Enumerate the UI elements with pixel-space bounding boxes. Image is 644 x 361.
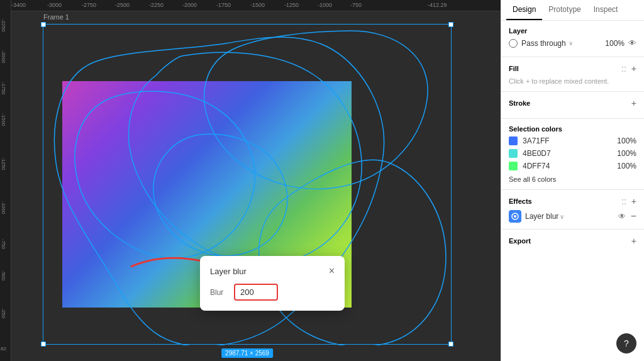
export-add-button[interactable]: + <box>631 236 636 246</box>
export-section-title: Export <box>509 237 531 245</box>
fill-grid-icon[interactable]: :: <box>621 64 626 74</box>
blur-label: Blur <box>210 288 229 297</box>
fill-section-icons: :: + <box>621 64 636 74</box>
fill-section-title: Fill <box>509 65 519 72</box>
dimension-label: 2987.71 × 2569 <box>221 348 273 358</box>
color-row-1: 3A71FF 100% <box>509 136 636 145</box>
fill-section: Fill :: + Click + to replace mixed conte… <box>501 57 644 92</box>
fill-add-button[interactable]: + <box>631 64 636 74</box>
export-section: Export + <box>501 230 644 256</box>
effects-section: Effects :: + Layer blur ∨ 👁 − <box>501 190 644 230</box>
effect-chevron: ∨ <box>560 213 564 220</box>
color-row-3: 4DFF74 100% <box>509 162 636 170</box>
effect-visibility-toggle[interactable]: 👁 <box>618 212 626 221</box>
effect-remove-button[interactable]: − <box>631 211 636 221</box>
blend-mode-chevron: ∨ <box>569 40 573 47</box>
stroke-section: Stroke + <box>501 92 644 119</box>
selection-colors-header: Selection colors <box>509 125 636 133</box>
effect-name-label[interactable]: Layer blur ∨ <box>525 212 614 221</box>
color-swatch-2[interactable] <box>509 149 518 158</box>
effect-actions: 👁 − <box>618 211 636 221</box>
tab-inspect[interactable]: Inspect <box>587 0 625 20</box>
layer-section-title: Layer <box>509 27 527 35</box>
color-swatch-1[interactable] <box>509 136 518 145</box>
tab-design[interactable]: Design <box>506 0 542 20</box>
effect-type-icon <box>509 210 521 223</box>
fill-section-header: Fill :: + <box>509 64 636 74</box>
corner-handle-bl[interactable] <box>41 342 46 347</box>
popup-close-button[interactable]: × <box>329 266 335 276</box>
effects-section-header: Effects :: + <box>509 196 636 206</box>
fill-hint: Click + to replace mixed content. <box>509 77 636 85</box>
color-hex-3: 4DFF74 <box>523 162 612 170</box>
stroke-section-header: Stroke + <box>509 98 636 108</box>
effects-grid-icon[interactable]: :: <box>621 196 626 206</box>
right-panel: Design Prototype Inspect Layer Pass thro… <box>501 0 644 361</box>
color-row-2: 4BE0D7 100% <box>509 149 636 158</box>
popup-blur-row: Blur <box>210 284 335 301</box>
color-hex-2: 4BE0D7 <box>523 149 612 158</box>
blend-mode-label[interactable]: Pass through ∨ <box>521 39 601 48</box>
effects-section-title: Effects <box>509 197 532 205</box>
canvas-content: Frame 1 <box>11 11 501 361</box>
panel-tabs: Design Prototype Inspect <box>501 0 644 21</box>
opacity-value[interactable]: 100% <box>605 39 625 48</box>
color-swatch-3[interactable] <box>509 162 518 170</box>
tab-prototype[interactable]: Prototype <box>542 0 587 20</box>
corner-handle-br[interactable] <box>448 342 453 347</box>
layer-row: Pass through ∨ 100% 👁 <box>509 38 636 48</box>
color-pct-3: 100% <box>617 162 636 170</box>
ruler-left: -2250 -2000 -1750 -1500 -1250 -1000 -750… <box>0 0 11 361</box>
corner-handle-tr[interactable] <box>448 22 453 27</box>
blend-mode-icon <box>509 39 518 48</box>
corner-handle-tl[interactable] <box>41 22 46 27</box>
layer-blur-popup: Layer blur × Blur <box>200 256 345 311</box>
popup-header: Layer blur × <box>210 266 335 276</box>
see-all-colors-link[interactable]: See all 6 colors <box>509 174 636 183</box>
effect-row: Layer blur ∨ 👁 − <box>509 210 636 223</box>
blur-input[interactable] <box>234 284 278 301</box>
svg-point-2 <box>514 215 516 218</box>
canvas-area[interactable]: -3400 -3000 -2750 -2500 -2250 -2000 -175… <box>0 0 501 361</box>
layer-section: Layer Pass through ∨ 100% 👁 <box>501 21 644 57</box>
color-pct-1: 100% <box>617 136 636 145</box>
layer-section-header: Layer <box>509 27 636 35</box>
frame-label: Frame 1 <box>43 13 69 21</box>
help-button[interactable]: ? <box>616 333 636 353</box>
stroke-section-title: Stroke <box>509 99 530 107</box>
color-pct-2: 100% <box>617 149 636 158</box>
stroke-add-button[interactable]: + <box>631 98 636 108</box>
popup-title: Layer blur <box>210 267 247 276</box>
selection-colors-section: Selection colors 3A71FF 100% 4BE0D7 100%… <box>501 119 644 190</box>
selection-colors-title: Selection colors <box>509 125 562 133</box>
effects-add-button[interactable]: + <box>631 196 636 206</box>
color-hex-1: 3A71FF <box>523 136 612 145</box>
export-section-header: Export + <box>509 236 636 246</box>
ruler-top: -3400 -3000 -2750 -2500 -2250 -2000 -175… <box>0 0 501 11</box>
effects-section-icons: :: + <box>621 196 636 206</box>
visibility-toggle[interactable]: 👁 <box>628 38 636 48</box>
